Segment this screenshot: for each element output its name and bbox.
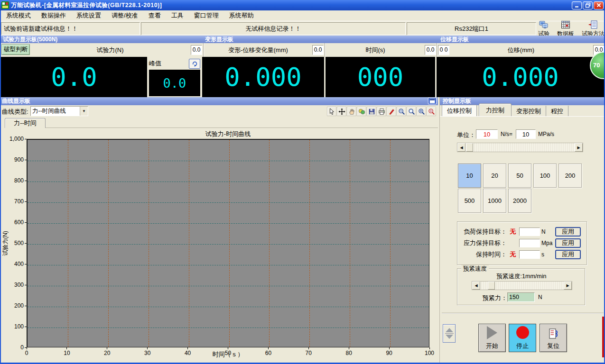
- speed-20-button[interactable]: 20: [483, 164, 506, 188]
- speed-100-button[interactable]: 100: [533, 164, 557, 188]
- v-gridline: [269, 140, 270, 347]
- hold-label: 应力保持目标：: [457, 239, 507, 247]
- hand-icon[interactable]: [347, 107, 356, 116]
- v-gridline: [149, 140, 149, 347]
- curve-type-select[interactable]: 力--时间曲线 ▼: [30, 106, 88, 116]
- control-panel: 控制显示板 位移控制力控制变形控制程控 单位： N/s= MPa/s ◀ ▶ 1…: [439, 97, 605, 364]
- curve-toolbar: 曲线类型: 力--时间曲线 ▼: [0, 105, 438, 118]
- tab-力控制[interactable]: 力控制: [479, 103, 512, 117]
- menu-item-7[interactable]: 系统帮助: [224, 10, 259, 21]
- y-tick-label: 500: [2, 240, 24, 246]
- speed-200-button[interactable]: 200: [558, 164, 582, 188]
- menu-item-3[interactable]: 调整/校准: [106, 10, 143, 21]
- hold-target-group: 负荷保持目标：无N应用应力保持目标：Mpa应用保持时间：无s应用: [457, 221, 587, 265]
- force-display: 0.0: [1, 57, 147, 97]
- menu-item-5[interactable]: 工具: [166, 10, 189, 21]
- y-tick-label: 600: [2, 219, 24, 226]
- pretension-force-label: 预紧力：: [483, 294, 507, 302]
- x-tick-mark: [66, 347, 67, 349]
- scroll-thumb[interactable]: [466, 143, 473, 152]
- panel-restore-icon[interactable]: [428, 98, 437, 104]
- apply-button[interactable]: 应用: [555, 238, 581, 248]
- scroll-right-icon[interactable]: ▶: [564, 282, 572, 290]
- tab-程控[interactable]: 程控: [546, 106, 568, 117]
- scroll-thumb[interactable]: [488, 282, 495, 290]
- displacement-panel-title: 位移显示板: [440, 36, 469, 43]
- pen-icon[interactable]: [387, 107, 396, 116]
- menu-item-0[interactable]: 系统模式: [1, 10, 36, 21]
- hold-value-input[interactable]: [519, 250, 540, 259]
- rate-mpa-input[interactable]: [516, 129, 536, 139]
- pretension-scrollbar[interactable]: ◀ ▶: [472, 281, 572, 290]
- tab-force-time[interactable]: 力--时间: [5, 118, 46, 128]
- peak-label: 峰值: [148, 59, 189, 68]
- chart-area: 试验力-时间曲线 试验力(N) 010020030040050060070080…: [1, 128, 437, 364]
- print-icon[interactable]: [377, 107, 386, 116]
- zoom-locate-icon[interactable]: [427, 107, 436, 116]
- curve-type-label: 曲线类型:: [2, 108, 28, 116]
- chevron-down-icon[interactable]: ▼: [80, 107, 88, 116]
- start-button[interactable]: 开始: [478, 324, 506, 352]
- peak-refresh-button[interactable]: [189, 59, 200, 69]
- curve-panel: 曲线显示板 曲线类型: 力--时间曲线 ▼ 力--时间 试验力-时间曲线 试验力…: [0, 97, 438, 364]
- scroll-track[interactable]: [465, 143, 575, 152]
- tab-位移控制[interactable]: 位移控制: [442, 105, 477, 117]
- toolbar-button-test[interactable]: 试验: [538, 20, 549, 36]
- save-icon[interactable]: [367, 107, 376, 116]
- apply-button[interactable]: 应用: [555, 227, 581, 237]
- y-tick-label: 800: [2, 177, 24, 184]
- menu-item-1[interactable]: 数据操作: [36, 10, 71, 21]
- stop-button[interactable]: 停止: [509, 324, 536, 352]
- scroll-track[interactable]: [480, 282, 564, 290]
- zoom-icon[interactable]: [407, 107, 416, 116]
- y-tick-mark: [25, 285, 27, 285]
- pointer-icon[interactable]: [327, 107, 336, 116]
- scroll-left-icon[interactable]: ◀: [457, 143, 465, 152]
- scroll-right-icon[interactable]: ▶: [575, 143, 583, 152]
- apply-button[interactable]: 应用: [555, 250, 581, 259]
- app-icon: [1, 1, 9, 9]
- menu-item-6[interactable]: 窗口管理: [189, 10, 224, 21]
- minimize-button[interactable]: [572, 1, 582, 9]
- scroll-left-icon[interactable]: ◀: [472, 282, 480, 290]
- break-detect-button[interactable]: 破型判断: [1, 44, 30, 55]
- hold-value-input[interactable]: [519, 239, 540, 247]
- window-title: 万能试验机-[金属材料室温拉伸试验(GB/T228.1-2010)]: [11, 1, 571, 9]
- menu-item-4[interactable]: 查看: [143, 10, 166, 21]
- x-tick-mark: [27, 347, 27, 349]
- pretension-force-input[interactable]: [507, 292, 535, 302]
- zoom-in-icon[interactable]: [417, 107, 426, 116]
- speed-50-button[interactable]: 50: [508, 164, 531, 188]
- close-button[interactable]: [594, 1, 604, 9]
- speed-1000-button[interactable]: 1000: [483, 189, 506, 213]
- h-gridline: [28, 328, 429, 328]
- rate-n-input[interactable]: [476, 129, 498, 139]
- menu-item-2[interactable]: 系统设置: [71, 10, 106, 21]
- speed-2000-button[interactable]: 2000: [508, 189, 531, 213]
- pan-icon[interactable]: [337, 107, 346, 116]
- jog-up-down-button[interactable]: [443, 324, 456, 343]
- toolbar-button-method[interactable]: 试验方法: [582, 20, 605, 36]
- quick-toolbar: 试验数据板试验方法: [538, 20, 605, 36]
- x-axis-title: 时间（ s ）: [27, 350, 429, 359]
- speed-10-button[interactable]: 10: [458, 164, 481, 188]
- zoom-out-icon[interactable]: [397, 107, 406, 116]
- toolbar-button-databoard[interactable]: 数据板: [557, 20, 574, 36]
- rate-scrollbar[interactable]: ◀ ▶: [457, 143, 583, 152]
- points-icon[interactable]: [357, 107, 366, 116]
- hold-value-input[interactable]: [519, 228, 540, 236]
- menu-bar: 系统模式数据操作系统设置调整/校准查看工具窗口管理系统帮助: [1, 10, 604, 21]
- hold-unit: N: [540, 228, 552, 235]
- speed-500-button[interactable]: 500: [458, 189, 481, 213]
- v-gridline: [390, 140, 391, 347]
- tab-变形控制[interactable]: 变形控制: [512, 106, 546, 117]
- h-gridline: [28, 182, 429, 182]
- control-tabs: 位移控制力控制变形控制程控: [442, 105, 604, 117]
- reset-button[interactable]: 复位: [540, 324, 567, 352]
- pretension-speed-label: 预紧速度:1mm/min: [457, 273, 586, 281]
- y-tick-label: 100: [2, 323, 24, 330]
- application-window: 万能试验机-[金属材料室温拉伸试验(GB/T228.1-2010)] 系统模式数…: [0, 0, 605, 364]
- speed-preset-grid: 10205010020050010002000: [458, 164, 582, 213]
- plot-area[interactable]: [27, 139, 429, 347]
- restore-button[interactable]: [583, 1, 593, 9]
